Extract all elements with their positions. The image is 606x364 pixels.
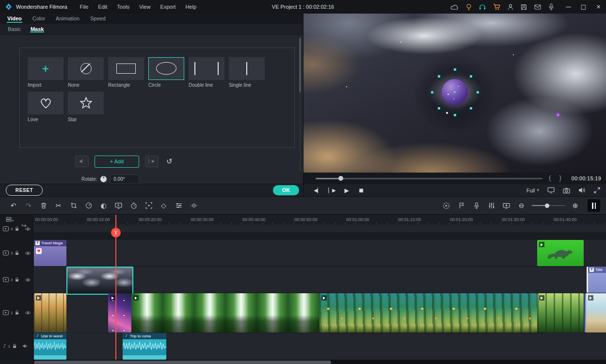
lock-icon[interactable]	[15, 277, 19, 282]
clip-nebula[interactable]	[108, 293, 131, 332]
undo-icon[interactable]: ↶	[6, 202, 21, 209]
crop-icon[interactable]	[66, 202, 81, 209]
mask-handle-sw[interactable]	[438, 107, 440, 110]
maximize-button[interactable]: □	[576, 0, 591, 14]
mask-option-import[interactable]: + Import	[28, 57, 63, 88]
mark-out-icon[interactable]: }	[557, 175, 564, 181]
redo-icon[interactable]: ↷	[21, 202, 36, 209]
mask-handle-ne[interactable]	[470, 75, 472, 78]
speed-icon[interactable]	[81, 202, 96, 209]
panel-scrollbar[interactable]	[299, 37, 301, 172]
mask-option-single-line[interactable]: Single line	[229, 57, 264, 88]
account-icon[interactable]	[508, 4, 513, 10]
clip-aquarium[interactable]	[319, 293, 537, 332]
mask-option-rectangle[interactable]: Rectangle	[108, 57, 143, 88]
menu-view[interactable]: View	[134, 2, 156, 12]
eye-icon[interactable]	[25, 227, 31, 231]
mask-option-double-line[interactable]: Double line	[189, 57, 223, 88]
reset-button[interactable]: RESET	[6, 185, 43, 196]
play-button[interactable]: ▶	[339, 188, 354, 193]
snapshot-camera-icon[interactable]	[563, 188, 570, 193]
mute-speaker-icon[interactable]	[22, 344, 28, 348]
timeline-zoom-slider[interactable]	[532, 205, 565, 206]
marker-icon[interactable]	[454, 202, 469, 209]
menu-export[interactable]: Export	[156, 2, 181, 12]
clip-travel-title[interactable]: T Travel Maga ♥	[34, 240, 66, 266]
headset-icon[interactable]	[479, 4, 486, 10]
tab-video[interactable]: Video	[2, 14, 27, 24]
previous-frame-button[interactable]: ◀▏	[310, 188, 325, 193]
save-icon[interactable]	[521, 4, 527, 10]
clip-clouds-selected[interactable]	[66, 267, 133, 295]
tab-speed[interactable]: Speed	[85, 14, 111, 24]
timeline-hscrollbar[interactable]	[33, 360, 606, 364]
microphone-icon[interactable]	[548, 3, 554, 10]
timeline-hscrollbar-thumb[interactable]	[34, 361, 331, 364]
minimize-button[interactable]: —	[561, 0, 576, 14]
clip-audio-use-in-wonder[interactable]: ♪ Use in wond	[34, 333, 66, 360]
clip-autumn-forest[interactable]	[34, 293, 66, 332]
mail-icon[interactable]	[534, 4, 541, 10]
stop-button[interactable]: ■	[354, 188, 368, 193]
voiceover-mic-icon[interactable]	[469, 202, 484, 209]
fullscreen-icon[interactable]	[594, 187, 600, 193]
cloud-icon[interactable]	[450, 4, 459, 10]
adjust-sliders-icon[interactable]	[171, 203, 186, 208]
bulb-icon[interactable]	[466, 3, 472, 11]
mark-in-icon[interactable]: {	[546, 175, 553, 181]
clip-waterfall[interactable]	[131, 293, 319, 332]
split-scissors-icon[interactable]: ✂	[51, 202, 66, 209]
eye-icon[interactable]	[25, 251, 31, 255]
mask-option-circle[interactable]: Circle	[148, 57, 183, 88]
clip-audio-trip-to-roma[interactable]: ♪ Trip to roma	[123, 333, 166, 360]
delete-icon[interactable]	[36, 202, 51, 209]
quality-dropdown[interactable]: Full ▾	[526, 188, 539, 193]
panel-scrollbar-thumb[interactable]	[299, 38, 301, 92]
audio-mixer-icon[interactable]	[484, 202, 499, 209]
timeline-ruler[interactable]: 00:00:00:00 00:00:10:00 00:00:20:00 00:0…	[33, 215, 606, 225]
mask-option-star[interactable]: Star	[68, 92, 103, 122]
lock-icon[interactable]	[12, 344, 17, 348]
tab-animation[interactable]: Animation	[50, 14, 85, 24]
manage-tracks-icon[interactable]	[6, 217, 14, 224]
seek-thumb[interactable]	[338, 176, 343, 181]
next-frame-button[interactable]: ▏▶	[325, 188, 339, 193]
mask-option-love[interactable]: Love	[28, 92, 63, 122]
mask-option-none[interactable]: None	[68, 57, 103, 88]
speaker-icon[interactable]	[578, 187, 586, 193]
duration-timer-icon[interactable]	[126, 202, 141, 209]
menu-help[interactable]: Help	[180, 2, 201, 12]
track-size-button[interactable]	[588, 199, 600, 212]
rotate-value-field[interactable]: 0.00°	[110, 174, 139, 184]
subtab-basic[interactable]: Basic	[3, 24, 26, 34]
screen-record-icon[interactable]	[499, 203, 514, 209]
clip-greenscreen-dino[interactable]	[537, 240, 584, 266]
clip-end-title[interactable]: T Title	[587, 267, 606, 293]
lock-icon[interactable]	[15, 251, 19, 255]
rotate-knob[interactable]	[100, 176, 107, 182]
cart-icon[interactable]	[493, 3, 500, 10]
render-frame-icon[interactable]	[111, 203, 126, 209]
display-device-icon[interactable]	[547, 187, 555, 193]
mask-handle-center[interactable]	[454, 91, 456, 93]
audio-stretch-icon[interactable]	[186, 203, 201, 208]
mask-handle-n[interactable]	[454, 68, 456, 71]
motion-track-icon[interactable]	[141, 202, 156, 209]
eye-icon[interactable]	[25, 311, 31, 315]
mask-handle-se[interactable]	[470, 107, 472, 110]
zoom-in-icon[interactable]: ⊕	[568, 202, 583, 209]
subtab-mask[interactable]: Mask	[26, 24, 49, 34]
close-button[interactable]: ×	[591, 0, 606, 14]
keyframe-icon[interactable]: ◇	[156, 202, 171, 209]
mask-handle-w[interactable]	[431, 91, 433, 94]
playhead-split-badge[interactable]: ✂	[111, 228, 121, 237]
menu-edit[interactable]: Edit	[93, 2, 112, 12]
seek-bar[interactable]	[316, 178, 542, 179]
render-preview-icon[interactable]	[439, 202, 454, 209]
ok-button[interactable]: OK	[273, 185, 299, 195]
color-correction-icon[interactable]: ◐	[96, 202, 111, 209]
next-keyframe-button[interactable]: ▏▶	[145, 156, 159, 167]
clip-green-forest[interactable]	[537, 293, 584, 332]
menu-tools[interactable]: Tools	[112, 2, 134, 12]
mask-handle-nw[interactable]	[438, 75, 440, 78]
